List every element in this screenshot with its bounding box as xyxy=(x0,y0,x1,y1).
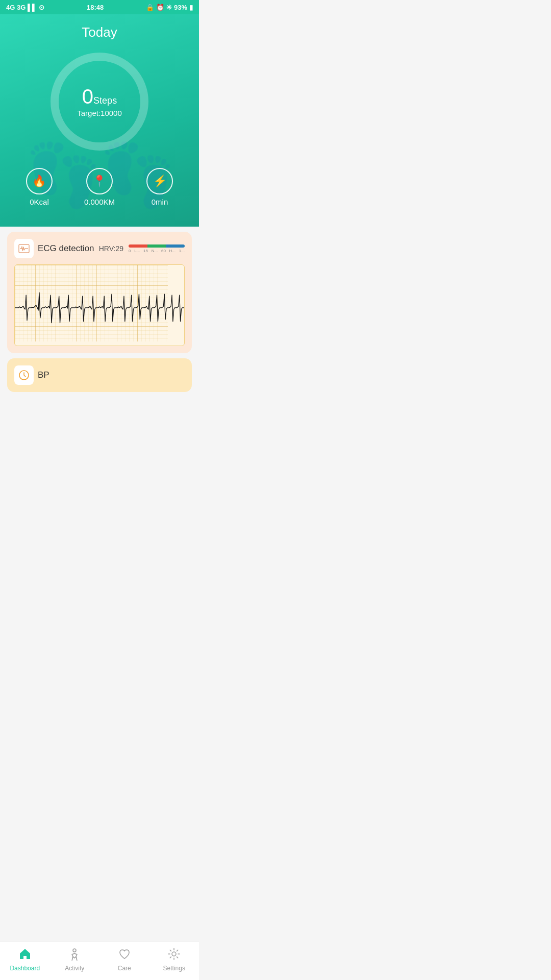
hrv-normal xyxy=(147,244,166,248)
status-icons: 🔒 ⏰ ✳ 93% ▮ xyxy=(146,4,193,11)
settings-icon xyxy=(167,947,181,963)
distance-value: 0.000KM xyxy=(84,198,115,206)
steps-display: 0Steps Target:10000 xyxy=(77,86,122,117)
hrv-low xyxy=(129,244,147,248)
hrv-value: HRV:29 xyxy=(99,244,123,253)
hero-section: 👣👣 Today 0Steps Target:10000 🔥 0Kcal 📍 0… xyxy=(0,14,199,227)
bp-card[interactable]: BP xyxy=(7,358,192,392)
nav-activity-label: Activity xyxy=(65,965,84,972)
bottom-nav: Dashboard Activity Care Settings xyxy=(0,942,199,980)
steps-ring: 0Steps Target:10000 xyxy=(48,51,151,153)
status-bar: 4G 3G ▌▌ ⊙ 18:48 🔒 ⏰ ✳ 93% ▮ xyxy=(0,0,199,14)
care-icon xyxy=(118,947,131,963)
ecg-card[interactable]: ECG detection HRV:29 0 L... 15 N... 6 xyxy=(7,232,192,353)
content-section: ECG detection HRV:29 0 L... 15 N... 6 xyxy=(0,227,199,402)
stat-calories[interactable]: 🔥 0Kcal xyxy=(26,168,53,206)
ecg-icon xyxy=(14,239,34,258)
home-icon xyxy=(18,947,32,963)
activity-icon xyxy=(68,947,81,963)
ecg-title-group: ECG detection xyxy=(14,239,94,258)
bp-icon xyxy=(14,365,34,385)
distance-icon: 📍 xyxy=(86,168,113,194)
hrv-color-bar xyxy=(129,244,185,248)
ecg-card-header: ECG detection HRV:29 0 L... 15 N... 6 xyxy=(14,239,185,258)
stats-row: 🔥 0Kcal 📍 0.000KM ⚡ 0min xyxy=(10,168,189,206)
bluetooth-icon: ✳ xyxy=(166,4,172,11)
nav-settings[interactable]: Settings xyxy=(156,947,192,972)
stat-time[interactable]: ⚡ 0min xyxy=(146,168,173,206)
bp-title: BP xyxy=(38,370,49,380)
wifi-icon: ⊙ xyxy=(39,4,44,11)
svg-point-7 xyxy=(172,952,176,956)
nav-settings-label: Settings xyxy=(163,965,185,972)
bp-svg-icon xyxy=(18,370,30,381)
bp-card-inner: BP xyxy=(14,365,185,385)
stat-distance[interactable]: 📍 0.000KM xyxy=(84,168,115,206)
hrv-high xyxy=(166,244,185,248)
nav-care[interactable]: Care xyxy=(107,947,142,972)
status-time: 18:48 xyxy=(87,4,104,11)
alarm-icon: ⏰ xyxy=(156,4,164,11)
signal-text: 4G 3G ▌▌ xyxy=(6,4,37,11)
ecg-chart xyxy=(14,264,185,346)
nav-activity[interactable]: Activity xyxy=(57,947,92,972)
battery-icon: ▮ xyxy=(189,4,193,11)
ecg-svg-icon xyxy=(18,244,30,253)
calories-icon: 🔥 xyxy=(26,168,53,194)
nav-dashboard-label: Dashboard xyxy=(10,965,40,972)
svg-point-6 xyxy=(73,949,76,952)
calories-value: 0Kcal xyxy=(30,198,49,206)
time-value: 0min xyxy=(152,198,168,206)
hrv-bar: 0 L... 15 N... 60 H... 1... xyxy=(129,244,185,253)
nav-dashboard[interactable]: Dashboard xyxy=(7,947,43,972)
time-icon: ⚡ xyxy=(146,168,173,194)
steps-target: Target:10000 xyxy=(77,109,122,117)
ecg-waveform-svg xyxy=(15,265,184,346)
steps-count: 0Steps xyxy=(77,86,122,107)
hrv-scale-labels: 0 L... 15 N... 60 H... 1... xyxy=(129,249,185,253)
hrv-info: HRV:29 0 L... 15 N... 60 H... 1... xyxy=(99,244,185,253)
battery-text: 93% xyxy=(174,4,187,11)
lock-icon: 🔒 xyxy=(146,4,154,11)
nav-care-label: Care xyxy=(118,965,131,972)
status-signal: 4G 3G ▌▌ ⊙ xyxy=(6,4,44,11)
page-title: Today xyxy=(82,24,117,40)
ecg-title: ECG detection xyxy=(38,243,94,254)
